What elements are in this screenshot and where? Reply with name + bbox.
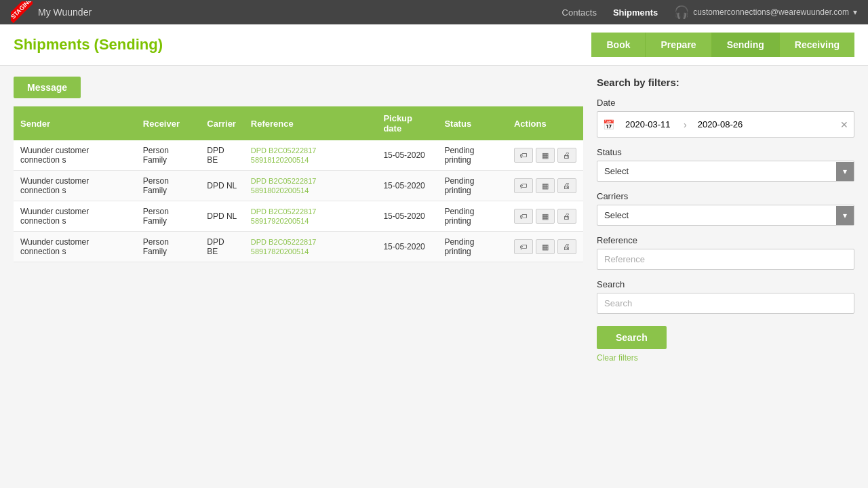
search-filter-group: Search <box>597 279 854 314</box>
carriers-select-button[interactable]: ▾ <box>836 206 854 225</box>
cell-receiver: Person Family <box>136 201 201 232</box>
label-icon[interactable]: 🏷 <box>514 209 533 224</box>
account-dropdown-icon[interactable]: ▾ <box>853 7 857 17</box>
table-row: Wuunder customer connection s Person Fam… <box>14 201 583 232</box>
col-reference: Reference <box>244 106 377 140</box>
cell-sender: Wuunder customer connection s <box>14 201 136 232</box>
reference-filter-label: Reference <box>597 235 854 245</box>
col-receiver: Receiver <box>136 106 201 140</box>
print-icon[interactable]: 🖨 <box>557 178 576 193</box>
cell-reference: DPD B2C05222817 58917920200514 <box>244 201 377 232</box>
col-carrier: Carrier <box>200 106 243 140</box>
date-filter-label: Date <box>597 98 854 108</box>
col-actions: Actions <box>507 106 583 140</box>
nav-shipments[interactable]: Shipments <box>613 7 658 18</box>
filters-title: Search by filters: <box>597 77 854 88</box>
cell-receiver: Person Family <box>136 171 201 201</box>
table-header-row: Sender Receiver Carrier Reference Pickup… <box>14 106 583 140</box>
table-row: Wuunder customer connection s Person Fam… <box>14 232 583 262</box>
cell-status: Pending printing <box>437 140 507 171</box>
action-buttons: Book Prepare Sending Receiving <box>591 33 854 57</box>
sending-button[interactable]: Sending <box>712 33 780 57</box>
cell-carrier: DPD BE <box>200 232 243 262</box>
cell-pickup-date: 15-05-2020 <box>376 232 437 262</box>
print-icon[interactable]: 🖨 <box>557 239 576 254</box>
barcode-icon[interactable]: ▦ <box>536 209 555 224</box>
nav-right: Contacts Shipments 🎧 customerconnections… <box>562 5 857 20</box>
account-email: customerconnections@wearewuunder.com <box>693 7 849 17</box>
cell-reference: DPD B2C05222817 58917820200514 <box>244 232 377 262</box>
date-row: 📅 › ✕ <box>597 111 854 138</box>
reference-link[interactable]: DPD B2C05222817 58917820200514 <box>251 238 317 256</box>
cell-status: Pending printing <box>437 201 507 232</box>
cell-sender: Wuunder customer connection s <box>14 171 136 201</box>
date-filter-group: Date 📅 › ✕ <box>597 98 854 138</box>
reference-link[interactable]: DPD B2C05222817 58918120200514 <box>251 146 317 164</box>
table-row: Wuunder customer connection s Person Fam… <box>14 171 583 201</box>
action-icons: 🏷 ▦ 🖨 <box>514 178 576 193</box>
app-title: My Wuunder <box>38 7 92 18</box>
staging-badge-wrap: STAGING <box>11 1 33 23</box>
nav-left: STAGING My Wuunder <box>11 1 92 23</box>
staging-badge: STAGING <box>11 1 33 23</box>
cell-pickup-date: 15-05-2020 <box>376 140 437 171</box>
cell-receiver: Person Family <box>136 232 201 262</box>
cell-reference: DPD B2C05222817 58918020200514 <box>244 171 377 201</box>
cell-carrier: DPD BE <box>200 140 243 171</box>
label-icon[interactable]: 🏷 <box>514 239 533 254</box>
search-input[interactable] <box>597 293 854 314</box>
cell-reference: DPD B2C05222817 58918120200514 <box>244 140 377 171</box>
status-select-row: Select ▾ <box>597 161 854 182</box>
print-icon[interactable]: 🖨 <box>557 209 576 224</box>
reference-filter-group: Reference <box>597 235 854 270</box>
cell-sender: Wuunder customer connection s <box>14 140 136 171</box>
cell-carrier: DPD NL <box>200 201 243 232</box>
status-select-button[interactable]: ▾ <box>836 162 854 181</box>
cell-pickup-date: 15-05-2020 <box>376 171 437 201</box>
label-icon[interactable]: 🏷 <box>514 148 533 163</box>
nav-contacts[interactable]: Contacts <box>562 7 597 18</box>
receiving-button[interactable]: Receiving <box>780 33 854 57</box>
message-button[interactable]: Message <box>14 77 81 98</box>
cell-receiver: Person Family <box>136 140 201 171</box>
date-from-input[interactable] <box>618 115 679 134</box>
print-icon[interactable]: 🖨 <box>557 148 576 163</box>
carriers-select-row: Select ▾ <box>597 205 854 226</box>
col-sender: Sender <box>14 106 136 140</box>
date-separator: › <box>684 119 687 130</box>
barcode-icon[interactable]: ▦ <box>536 178 555 193</box>
reference-link[interactable]: DPD B2C05222817 58917920200514 <box>251 207 317 225</box>
barcode-icon[interactable]: ▦ <box>536 239 555 254</box>
carriers-select-value: Select <box>597 205 836 225</box>
clear-filters-link[interactable]: Clear filters <box>597 353 854 363</box>
col-pickup-date: Pickup date <box>376 106 437 140</box>
status-select-value: Select <box>597 161 836 181</box>
barcode-icon[interactable]: ▦ <box>536 148 555 163</box>
cell-sender: Wuunder customer connection s <box>14 232 136 262</box>
prepare-button[interactable]: Prepare <box>646 33 711 57</box>
cell-carrier: DPD NL <box>200 171 243 201</box>
book-button[interactable]: Book <box>591 33 646 57</box>
account-icon: 🎧 <box>674 5 689 20</box>
cell-status: Pending printing <box>437 171 507 201</box>
col-status: Status <box>437 106 507 140</box>
search-filter-label: Search <box>597 279 854 289</box>
search-button[interactable]: Search <box>597 326 667 349</box>
carriers-filter-group: Carriers Select ▾ <box>597 191 854 226</box>
top-nav: STAGING My Wuunder Contacts Shipments 🎧 … <box>0 0 868 24</box>
cell-actions: 🏷 ▦ 🖨 <box>507 232 583 262</box>
content-area: Message Sender Receiver Carrier Referenc… <box>0 66 868 373</box>
carriers-filter-label: Carriers <box>597 191 854 201</box>
action-icons: 🏷 ▦ 🖨 <box>514 239 576 254</box>
reference-input[interactable] <box>597 249 854 270</box>
cell-pickup-date: 15-05-2020 <box>376 201 437 232</box>
page-header: Shipments (Sending) Book Prepare Sending… <box>0 24 868 66</box>
status-filter-group: Status Select ▾ <box>597 147 854 182</box>
cell-actions: 🏷 ▦ 🖨 <box>507 140 583 171</box>
shipments-table: Sender Receiver Carrier Reference Pickup… <box>14 106 583 262</box>
date-to-input[interactable] <box>691 115 752 134</box>
reference-link[interactable]: DPD B2C05222817 58918020200514 <box>251 177 317 195</box>
label-icon[interactable]: 🏷 <box>514 178 533 193</box>
calendar-icon[interactable]: 📅 <box>603 119 614 130</box>
date-clear-icon[interactable]: ✕ <box>840 119 848 130</box>
